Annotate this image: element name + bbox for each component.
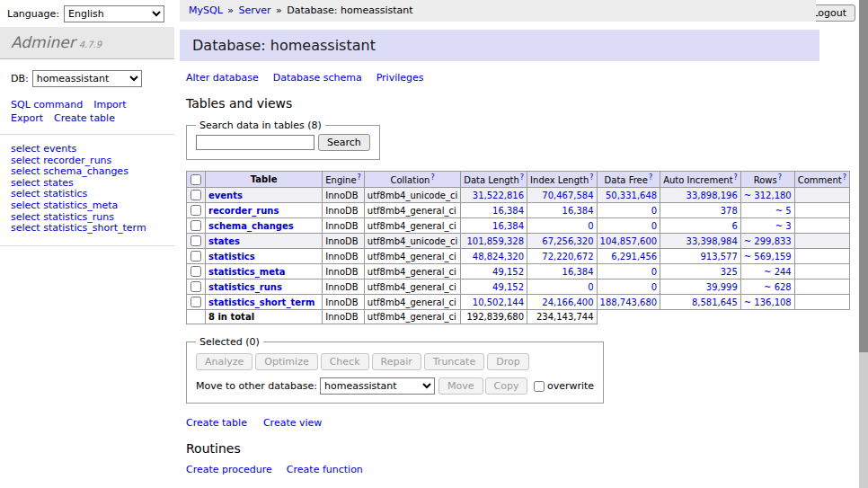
help-icon[interactable]: ?	[649, 173, 652, 182]
sidebar-select-statistics-short-term[interactable]: select statistics_short_term	[11, 223, 174, 235]
routine-create-function[interactable]: Create function	[287, 464, 363, 475]
truncate-button[interactable]: Truncate	[424, 353, 484, 370]
auto-increment-link[interactable]: 8,581,645	[692, 297, 738, 307]
sidebar-link-import[interactable]: Import	[93, 99, 127, 111]
data-length-link[interactable]: 16,384	[492, 206, 524, 216]
data-free-link[interactable]: 0	[651, 267, 657, 277]
index-length-link[interactable]: 16,384	[562, 206, 594, 216]
move-db-select[interactable]: homeassistant	[320, 377, 435, 395]
auto-increment-link[interactable]: 325	[721, 267, 738, 277]
language-select[interactable]: English	[64, 5, 164, 22]
db-action-alter-database[interactable]: Alter database	[186, 72, 259, 84]
row-checkbox-states[interactable]	[190, 235, 201, 246]
help-icon[interactable]: ?	[778, 173, 782, 182]
auto-increment-link[interactable]: 33,398,984	[686, 236, 738, 246]
table-link-statistics[interactable]: statistics	[208, 252, 255, 262]
overwrite-label[interactable]: overwrite	[547, 380, 594, 392]
rows-link[interactable]: ~ 628	[764, 282, 792, 292]
row-checkbox-schema_changes[interactable]	[190, 220, 201, 231]
data-length-link[interactable]: 48,824,320	[473, 252, 524, 262]
db-action-privileges[interactable]: Privileges	[376, 72, 424, 84]
rows-link[interactable]: ~ 244	[764, 267, 792, 277]
help-icon[interactable]: ?	[843, 173, 846, 182]
sidebar-select-statistics-meta[interactable]: select statistics_meta	[11, 200, 174, 212]
sidebar-select-events[interactable]: select events	[11, 144, 174, 155]
table-link-schema-changes[interactable]: schema_changes	[208, 221, 294, 231]
help-icon[interactable]: ?	[589, 173, 593, 182]
drop-button[interactable]: Drop	[487, 353, 528, 370]
optimize-button[interactable]: Optimize	[255, 353, 317, 370]
row-checkbox-statistics[interactable]	[190, 251, 201, 262]
data-free-link[interactable]: 104,857,600	[600, 236, 658, 246]
help-icon[interactable]: ?	[734, 173, 738, 182]
auto-increment-link[interactable]: 378	[721, 206, 738, 216]
data-free-link[interactable]: 188,743,680	[600, 297, 658, 307]
auto-increment-link[interactable]: 39,999	[706, 282, 738, 292]
index-length-link[interactable]: 70,467,584	[542, 191, 593, 200]
scrollbar[interactable]	[859, 0, 868, 488]
breadcrumb-mysql[interactable]: MySQL	[189, 4, 223, 16]
db-action-database-schema[interactable]: Database schema	[273, 72, 362, 84]
sidebar-link-sql-command[interactable]: SQL command	[11, 99, 83, 111]
data-free-link[interactable]: 0	[651, 221, 657, 231]
data-free-link[interactable]: 50,331,648	[606, 191, 657, 200]
row-checkbox-events[interactable]	[190, 190, 201, 200]
check-button[interactable]: Check	[321, 353, 369, 370]
data-length-link[interactable]: 31,522,816	[473, 191, 524, 200]
auto-increment-link[interactable]: 913,577	[700, 252, 737, 262]
move-button[interactable]: Move	[438, 377, 483, 395]
rows-link[interactable]: ~ 312,180	[744, 191, 792, 200]
create-create-view[interactable]: Create view	[263, 417, 322, 429]
data-length-link[interactable]: 49,152	[492, 267, 524, 277]
db-select[interactable]: homeassistant	[32, 70, 142, 87]
sidebar-select-schema-changes[interactable]: select schema_changes	[11, 166, 174, 178]
table-link-events[interactable]: events	[208, 191, 243, 200]
data-length-link[interactable]: 49,152	[492, 282, 524, 292]
index-length-link[interactable]: 67,256,320	[542, 236, 593, 246]
rows-link[interactable]: ~ 136,108	[744, 297, 792, 307]
data-free-link[interactable]: 6,291,456	[611, 252, 657, 262]
index-length-link[interactable]: 0	[588, 282, 593, 292]
row-checkbox-recorder_runs[interactable]	[190, 205, 201, 216]
rows-link[interactable]: ~ 3	[775, 221, 792, 231]
index-length-link[interactable]: 72,220,672	[542, 252, 593, 262]
search-input[interactable]	[196, 135, 314, 150]
auto-increment-link[interactable]: 6	[731, 221, 737, 231]
search-button[interactable]: Search	[318, 134, 370, 151]
row-checkbox-statistics_runs[interactable]	[190, 281, 201, 292]
select-all-checkbox[interactable]	[190, 174, 201, 185]
data-length-link[interactable]: 10,502,144	[473, 297, 524, 307]
rows-link[interactable]: ~ 569,159	[744, 252, 792, 262]
overwrite-checkbox[interactable]	[534, 381, 545, 392]
table-link-recorder-runs[interactable]: recorder_runs	[208, 206, 279, 216]
help-icon[interactable]: ?	[520, 173, 524, 182]
table-link-statistics-meta[interactable]: statistics_meta	[208, 267, 285, 277]
table-link-statistics-runs[interactable]: statistics_runs	[208, 282, 282, 292]
table-link-statistics-short-term[interactable]: statistics_short_term	[208, 297, 314, 307]
rows-link[interactable]: ~ 5	[775, 206, 792, 216]
rows-link[interactable]: ~ 299,833	[744, 236, 792, 246]
copy-button[interactable]: Copy	[485, 377, 528, 395]
auto-increment-link[interactable]: 33,898,196	[686, 191, 738, 200]
index-length-link[interactable]: 16,384	[562, 267, 594, 277]
create-create-table[interactable]: Create table	[186, 417, 247, 429]
data-free-link[interactable]: 0	[651, 206, 657, 216]
table-link-states[interactable]: states	[208, 236, 240, 246]
data-length-link[interactable]: 101,859,328	[466, 236, 524, 246]
data-length-link[interactable]: 16,384	[492, 221, 524, 231]
breadcrumb-server[interactable]: Server	[239, 4, 271, 16]
routine-create-procedure[interactable]: Create procedure	[186, 464, 272, 475]
help-icon[interactable]: ?	[358, 173, 361, 182]
sidebar-link-create-table[interactable]: Create table	[54, 112, 115, 124]
analyze-button[interactable]: Analyze	[196, 353, 252, 370]
app-name[interactable]: Adminer	[11, 33, 75, 51]
repair-button[interactable]: Repair	[372, 353, 421, 370]
index-length-link[interactable]: 0	[588, 221, 593, 231]
help-icon[interactable]: ?	[430, 173, 434, 182]
scrollbar-thumb[interactable]	[859, 0, 868, 352]
row-checkbox-statistics_short_term[interactable]	[190, 297, 201, 307]
index-length-link[interactable]: 24,166,400	[542, 297, 593, 307]
data-free-link[interactable]: 0	[651, 282, 657, 292]
row-checkbox-statistics_meta[interactable]	[190, 266, 201, 277]
sidebar-link-export[interactable]: Export	[11, 112, 43, 124]
